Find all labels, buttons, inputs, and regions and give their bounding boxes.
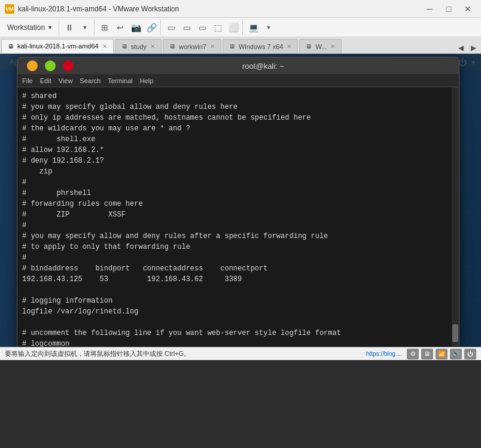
term-line-3: # only ip addresses are matched, hostnam…	[22, 112, 454, 123]
term-line-13: #	[22, 220, 454, 231]
snapshot-icon[interactable]: 📷	[128, 20, 144, 35]
console-dropdown[interactable]: ▼	[261, 20, 276, 35]
workstation-menu[interactable]: Workstation ▼	[2, 21, 57, 34]
close-button[interactable]: ✕	[459, 2, 476, 16]
term-line-16: #	[22, 252, 454, 263]
term-line-11: # forwarding rules come here	[22, 199, 454, 209]
terminal-title: root@kali: ~	[74, 62, 453, 71]
terminal-menu-search[interactable]: Search	[80, 77, 101, 84]
toolbar-group-playback: ⏸ ▼	[59, 20, 93, 35]
view1-icon[interactable]: ▭	[163, 20, 179, 35]
maximize-button[interactable]: □	[440, 2, 457, 16]
term-line-17: # bindaddress bindport connectaddress co…	[22, 263, 454, 274]
taskbar-icon-2: 🖥	[421, 349, 433, 359]
desktop-area: Applications ▼ Places ▼ 🖥 Terminal ▼ Wed…	[0, 54, 481, 347]
terminal-window-controls: ─ □ ✕	[23, 60, 74, 71]
term-line-15: # to apply to only that forwarding rule	[22, 242, 454, 252]
term-line-21: logfile /var/log/rinetd.log	[22, 306, 454, 317]
status-right: https://blog.... ⚙ 🖥 📶 🔊 ⏻	[366, 349, 476, 359]
pause-dropdown[interactable]: ▼	[77, 20, 93, 35]
menu-bar: Workstation ▼ ⏸ ▼ ⊞ ↩ 📷 🔗 ▭ ▭ ▭ ⬚ ⬜ 💻 ▼	[0, 18, 481, 37]
term-line-5: # shell.exe	[22, 134, 454, 145]
term-line-24: # logcommon	[22, 339, 454, 347]
tab-win7x64[interactable]: 🖥 Windows 7 x64 ✕	[223, 39, 299, 53]
terminal-scrollbar-thumb[interactable]	[452, 324, 458, 342]
tab-close-w[interactable]: ✕	[330, 43, 335, 50]
toolbar-group-console: 💻 ▼	[242, 20, 276, 35]
view3-icon[interactable]: ▭	[194, 20, 210, 35]
title-bar: VM kali-linux-2018.1-vm-amd64 - VMware W…	[0, 0, 481, 18]
view2-icon[interactable]: ▭	[179, 20, 194, 35]
term-line-18: 192.168.43.125 53 192.168.43.62 3389	[22, 274, 454, 285]
terminal-menu-view[interactable]: View	[59, 77, 73, 84]
terminal-close[interactable]: ✕	[63, 60, 74, 71]
term-line-14: # you may specify allow and deny rules a…	[22, 231, 454, 242]
tab-workwin7[interactable]: 🖥 workwin7 ✕	[163, 39, 221, 53]
status-bar: 要将输入定向到该虚拟机，请将鼠标指针移入其中或按 Ctrl+G。 https:/…	[0, 347, 481, 360]
term-line-6: # allow 192.168.2.*	[22, 145, 454, 156]
taskbar-icon-4: 🔊	[450, 349, 462, 359]
taskbar-icon-1: ⚙	[407, 349, 419, 359]
term-line-4: # the wildcards you may use are * and ?	[22, 123, 454, 134]
console-icon[interactable]: 💻	[245, 20, 261, 35]
terminal-scrollbar[interactable]	[452, 87, 459, 347]
terminal-menu-help[interactable]: Help	[140, 77, 154, 84]
view5-icon[interactable]: ⬜	[226, 20, 241, 35]
tab-close-win7x64[interactable]: ✕	[287, 43, 291, 50]
terminal-menu-file[interactable]: File	[22, 77, 33, 84]
tab-w[interactable]: 🖥 W... ✕	[299, 39, 342, 53]
taskbar-icon-3: 📶	[436, 349, 447, 359]
status-link[interactable]: https://blog....	[366, 351, 402, 357]
pause-button[interactable]: ⏸	[62, 20, 77, 35]
term-line-12: # ZIP XSSF	[22, 209, 454, 220]
app-icon: VM	[5, 4, 14, 14]
status-message: 要将输入定向到该虚拟机，请将鼠标指针移入其中或按 Ctrl+G。	[5, 349, 190, 358]
window-controls: ─ □ ✕	[421, 2, 476, 16]
tab-nav-right[interactable]: ▶	[467, 42, 480, 53]
tab-close-workwin7[interactable]: ✕	[210, 43, 215, 50]
terminal-maximize[interactable]: □	[45, 60, 56, 71]
tab-study[interactable]: 🖥 study ✕	[115, 39, 162, 53]
tab-kali[interactable]: 🖥 kali-linux-2018.1-vm-amd64 ✕	[1, 39, 114, 53]
window-title: kali-linux-2018.1-vm-amd64 - VMware Work…	[18, 5, 421, 13]
toolbar-group-view: ▭ ▭ ▭ ⬚ ⬜	[160, 20, 241, 35]
taskbar-icons: ⚙ 🖥 📶 🔊 ⏻	[407, 349, 476, 359]
term-line-23: # uncomment the following line if you wa…	[22, 328, 454, 339]
term-line-20: # logging information	[22, 295, 454, 306]
restore-icon[interactable]: ↩	[112, 20, 128, 35]
tabs-bar: 🖥 kali-linux-2018.1-vm-amd64 ✕ 🖥 study ✕…	[0, 37, 481, 54]
snapshot2-icon[interactable]: 🔗	[144, 20, 159, 35]
tab-close-study[interactable]: ✕	[150, 43, 155, 50]
minimize-button[interactable]: ─	[421, 2, 438, 16]
term-line-10: # phrshell	[22, 188, 454, 199]
term-line-8: zip	[22, 166, 454, 177]
view4-icon[interactable]: ⬚	[210, 20, 226, 35]
term-line-7: # deny 192.168.2.1?	[22, 156, 454, 166]
term-line-19	[22, 285, 454, 295]
send-ctrlaltdel-icon[interactable]: ⊞	[97, 20, 112, 35]
term-line-9: #	[22, 177, 454, 188]
terminal-minimize[interactable]: ─	[27, 60, 38, 71]
term-line-22	[22, 317, 454, 328]
toolbar-group-vm: ⊞ ↩ 📷 🔗	[94, 20, 159, 35]
tab-nav-left[interactable]: ◀	[455, 42, 467, 53]
terminal-menu-terminal[interactable]: Terminal	[108, 77, 133, 84]
tab-close-kali[interactable]: ✕	[102, 43, 107, 50]
term-line-1: # shared	[22, 91, 454, 102]
taskbar-icon-5: ⏻	[464, 349, 476, 359]
terminal-menu-edit[interactable]: Edit	[40, 77, 51, 84]
terminal-menu-bar: File Edit View Search Terminal Help	[17, 74, 459, 87]
terminal-window: ─ □ ✕ root@kali: ~ File Edit View Search…	[17, 57, 459, 347]
terminal-content[interactable]: # shared # you may specify global allow …	[17, 87, 459, 347]
term-line-2: # you may specify global allow and deny …	[22, 102, 454, 112]
terminal-titlebar: ─ □ ✕ root@kali: ~	[17, 57, 459, 74]
tab-navigation: ◀ ▶	[455, 42, 480, 53]
